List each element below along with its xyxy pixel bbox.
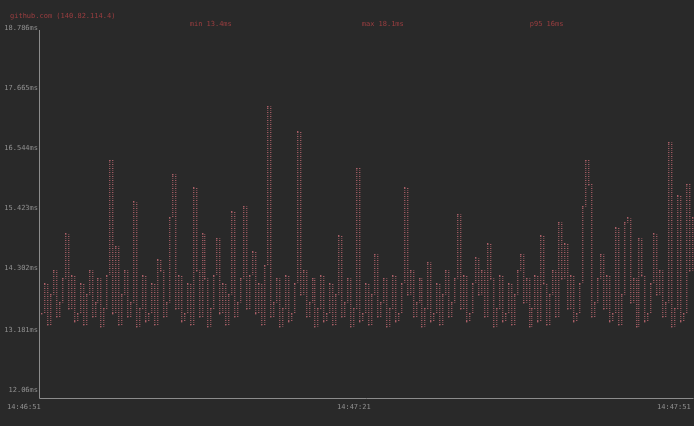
stat-min-value: 13.4ms (207, 20, 232, 28)
stat-p95: p9516ms (513, 12, 563, 36)
y-axis-tick-1: 17.665ms (2, 84, 38, 92)
y-axis-tick-6: 12.06ms (2, 386, 38, 394)
stat-p95-label: p95 (530, 20, 543, 28)
stat-min: min13.4ms (173, 12, 232, 36)
gping-terminal-window: github.com (140.82.114.4) min13.4ms max1… (0, 0, 694, 426)
x-axis-tick-mid: 14:47:21 (337, 403, 371, 411)
y-axis-tick-3: 15.423ms (2, 204, 38, 212)
stat-max: max18.1ms (345, 12, 404, 36)
y-axis-tick-4: 14.302ms (2, 264, 38, 272)
latency-plot-canvas (0, 0, 694, 426)
stat-max-value: 18.1ms (379, 20, 404, 28)
stat-p95-value: 16ms (547, 20, 564, 28)
y-axis-tick-5: 13.181ms (2, 326, 38, 334)
y-axis-tick-2: 16.544ms (2, 144, 38, 152)
x-axis-tick-start: 14:46:51 (7, 403, 41, 411)
x-axis-tick-end: 14:47:51 (657, 403, 691, 411)
stat-min-label: min (190, 20, 203, 28)
stat-max-label: max (362, 20, 375, 28)
ping-target-label: github.com (140.82.114.4) (10, 12, 115, 20)
y-axis-tick-0: 18.786ms (2, 24, 38, 32)
